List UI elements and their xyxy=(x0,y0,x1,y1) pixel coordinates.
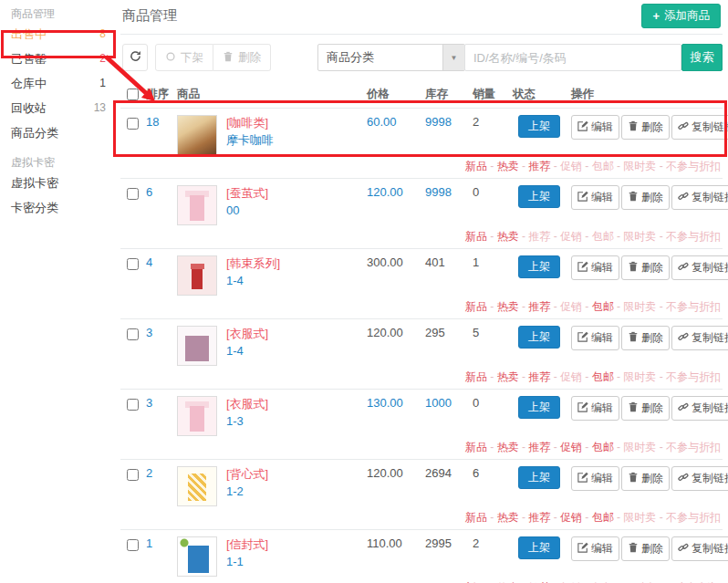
product-tag-不参与折扣[interactable]: 不参与折扣 xyxy=(666,370,721,383)
product-tag-不参与折扣[interactable]: 不参与折扣 xyxy=(666,230,721,243)
search-button[interactable]: 搜索 xyxy=(681,44,723,71)
product-tag-推荐[interactable]: 推荐 xyxy=(528,300,550,313)
delete-button[interactable]: 删除 xyxy=(621,255,670,280)
product-tag-促销[interactable]: 促销 xyxy=(560,300,582,313)
sidebar-item-出售中[interactable]: 出售中8 xyxy=(0,22,115,47)
product-tag-热卖[interactable]: 热卖 xyxy=(497,511,519,524)
delete-button[interactable]: 删除 xyxy=(621,466,670,491)
sort-link[interactable]: 18 xyxy=(146,115,159,129)
product-image[interactable] xyxy=(177,466,217,506)
product-name-link[interactable]: 1-2 xyxy=(226,484,268,501)
product-tag-限时卖[interactable]: 限时卖 xyxy=(623,441,656,453)
select-caret-box[interactable]: ▼ xyxy=(442,45,464,70)
edit-button[interactable]: 编辑 xyxy=(571,255,619,280)
product-tag-热卖[interactable]: 热卖 xyxy=(497,300,519,313)
product-tag-推荐[interactable]: 推荐 xyxy=(528,230,550,243)
status-onsale-button[interactable]: 上架 xyxy=(518,326,560,349)
sidebar-item-已售罄[interactable]: 已售罄2 xyxy=(0,47,115,71)
sort-link[interactable]: 3 xyxy=(146,396,152,410)
delete-button[interactable]: 删除 xyxy=(621,536,670,561)
product-tag-包邮[interactable]: 包邮 xyxy=(592,300,614,313)
product-tag-包邮[interactable]: 包邮 xyxy=(592,511,614,524)
product-tag-新品[interactable]: 新品 xyxy=(465,160,487,172)
product-tag-促销[interactable]: 促销 xyxy=(560,511,582,524)
product-tag-热卖[interactable]: 热卖 xyxy=(497,370,519,383)
product-image[interactable] xyxy=(177,536,217,577)
sort-link[interactable]: 1 xyxy=(146,536,152,550)
product-image[interactable] xyxy=(177,396,217,436)
product-name-link[interactable]: 摩卡咖啡 xyxy=(226,132,274,150)
edit-button[interactable]: 编辑 xyxy=(571,326,619,350)
sidebar-item-回收站[interactable]: 回收站13 xyxy=(0,96,115,120)
copy-link-button[interactable]: 复制链接 xyxy=(671,396,728,421)
product-tag-促销[interactable]: 促销 xyxy=(560,160,582,172)
select-all-checkbox[interactable] xyxy=(127,88,139,100)
edit-button[interactable]: 编辑 xyxy=(571,115,619,140)
product-tag-推荐[interactable]: 推荐 xyxy=(528,370,550,383)
sort-link[interactable]: 2 xyxy=(146,466,152,480)
edit-button[interactable]: 编辑 xyxy=(571,536,619,561)
product-tag-限时卖[interactable]: 限时卖 xyxy=(623,370,656,383)
product-tag-推荐[interactable]: 推荐 xyxy=(528,511,550,524)
sort-link[interactable]: 6 xyxy=(146,185,152,199)
row-checkbox[interactable] xyxy=(127,328,139,340)
product-tag-限时卖[interactable]: 限时卖 xyxy=(623,511,656,524)
product-name-link[interactable]: 1-4 xyxy=(226,343,268,360)
sidebar-item-虚拟卡密[interactable]: 虚拟卡密 xyxy=(0,171,115,195)
product-name-link[interactable]: 1-3 xyxy=(226,413,268,431)
edit-button[interactable]: 编辑 xyxy=(571,185,619,210)
product-tag-不参与折扣[interactable]: 不参与折扣 xyxy=(666,441,721,453)
product-name-link[interactable]: 00 xyxy=(226,203,268,220)
product-tag-限时卖[interactable]: 限时卖 xyxy=(623,230,656,243)
refresh-button[interactable] xyxy=(122,44,148,71)
row-checkbox[interactable] xyxy=(127,399,139,411)
status-onsale-button[interactable]: 上架 xyxy=(518,255,560,278)
product-tag-热卖[interactable]: 热卖 xyxy=(497,230,519,243)
product-tag-新品[interactable]: 新品 xyxy=(465,441,487,453)
status-onsale-button[interactable]: 上架 xyxy=(518,466,560,489)
row-checkbox[interactable] xyxy=(127,188,139,200)
copy-link-button[interactable]: 复制链接 xyxy=(671,536,728,561)
status-onsale-button[interactable]: 上架 xyxy=(518,396,560,419)
edit-button[interactable]: 编辑 xyxy=(571,396,619,421)
row-checkbox[interactable] xyxy=(127,469,139,481)
category-select[interactable]: 商品分类 ▼ xyxy=(317,44,465,71)
status-onsale-button[interactable]: 上架 xyxy=(518,115,560,138)
edit-button[interactable]: 编辑 xyxy=(571,466,619,491)
sort-link[interactable]: 3 xyxy=(146,326,152,339)
sidebar-item-卡密分类[interactable]: 卡密分类 xyxy=(0,195,115,220)
delete-button[interactable]: 删除 xyxy=(621,185,670,210)
row-checkbox[interactable] xyxy=(127,539,139,551)
delete-button[interactable]: 删除 xyxy=(621,326,670,350)
sidebar-item-商品分类[interactable]: 商品分类 xyxy=(0,120,115,145)
status-onsale-button[interactable]: 上架 xyxy=(518,536,560,559)
product-tag-新品[interactable]: 新品 xyxy=(465,370,487,383)
offshelf-button[interactable]: 下架 xyxy=(155,44,213,71)
copy-link-button[interactable]: 复制链接 xyxy=(671,185,728,210)
product-tag-热卖[interactable]: 热卖 xyxy=(497,160,519,172)
product-tag-热卖[interactable]: 热卖 xyxy=(497,441,519,453)
copy-link-button[interactable]: 复制链接 xyxy=(671,466,728,491)
bulk-delete-button[interactable]: 删除 xyxy=(213,44,271,71)
product-name-link[interactable]: 1-4 xyxy=(226,273,280,290)
delete-button[interactable]: 删除 xyxy=(621,115,670,140)
product-tag-促销[interactable]: 促销 xyxy=(560,370,582,383)
product-image[interactable] xyxy=(177,326,217,366)
row-checkbox[interactable] xyxy=(127,118,139,130)
delete-button[interactable]: 删除 xyxy=(621,396,670,421)
product-tag-限时卖[interactable]: 限时卖 xyxy=(623,160,656,172)
product-tag-限时卖[interactable]: 限时卖 xyxy=(623,300,656,313)
product-tag-不参与折扣[interactable]: 不参与折扣 xyxy=(666,300,721,313)
product-tag-新品[interactable]: 新品 xyxy=(465,230,487,243)
product-image[interactable] xyxy=(177,115,217,155)
product-tag-推荐[interactable]: 推荐 xyxy=(528,441,550,453)
product-image[interactable] xyxy=(177,255,217,296)
product-tag-推荐[interactable]: 推荐 xyxy=(528,160,550,172)
product-tag-包邮[interactable]: 包邮 xyxy=(592,230,614,243)
sidebar-item-仓库中[interactable]: 仓库中1 xyxy=(0,71,115,96)
product-tag-新品[interactable]: 新品 xyxy=(465,511,487,524)
product-tag-促销[interactable]: 促销 xyxy=(560,441,582,453)
add-product-button[interactable]: + 添加商品 xyxy=(641,4,721,28)
product-tag-促销[interactable]: 促销 xyxy=(560,230,582,243)
product-name-link[interactable]: 1-1 xyxy=(226,554,268,571)
